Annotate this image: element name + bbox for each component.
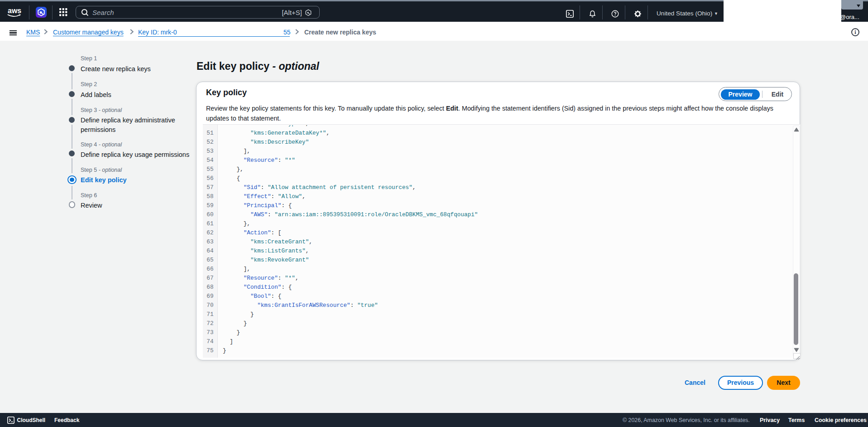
- svg-text:aws: aws: [8, 7, 21, 15]
